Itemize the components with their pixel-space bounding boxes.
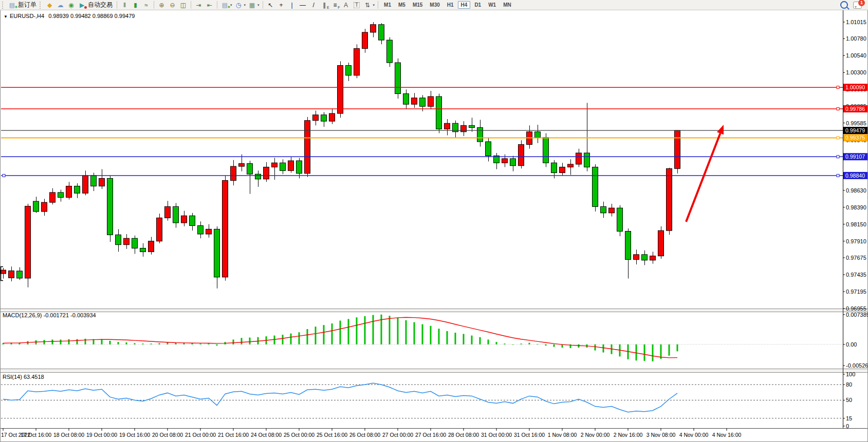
candle — [149, 241, 154, 252]
candle — [338, 66, 343, 113]
cursor-tool-icon: ↖ — [268, 2, 273, 8]
candle — [584, 153, 590, 167]
date-label: 25 Oct 16:00 — [317, 432, 347, 438]
templates-icon: ▦ — [249, 2, 255, 8]
autotrading-button-label[interactable]: 自动交易 — [88, 1, 113, 9]
price-badge-label: 0.99375 — [845, 134, 865, 141]
dropdown-caret-icon[interactable]: ▾ — [244, 3, 246, 7]
fibonacci-tool-icon[interactable]: ≡F — [330, 1, 341, 9]
line-handle[interactable] — [3, 174, 5, 177]
shapes-tool-icon[interactable]: ⇅ — [362, 1, 373, 9]
candle — [231, 166, 236, 180]
timeframe-button-m1[interactable]: M1 — [381, 1, 394, 9]
signals-icon[interactable]: ◉ — [66, 1, 77, 9]
channel-tool-icon[interactable]: ∥E — [319, 1, 330, 9]
line-handle[interactable] — [837, 137, 839, 139]
price-tick-label: 1.00540 — [846, 52, 866, 59]
zoom-in-icon: ⊕ — [159, 2, 164, 8]
candle — [305, 121, 310, 174]
auto-scroll-icon[interactable]: ⇥ — [193, 1, 204, 9]
candle — [371, 25, 376, 32]
candle — [17, 271, 23, 278]
line-handle[interactable] — [837, 86, 839, 89]
community-icon[interactable]: ☁ — [55, 1, 66, 9]
market-watch-icon[interactable]: ◆ — [44, 1, 55, 9]
timeframe-button-w1[interactable]: W1 — [485, 1, 499, 9]
timeframe-button-m30[interactable]: M30 — [427, 1, 442, 9]
timeframe-button-h4[interactable]: H4 — [458, 1, 471, 9]
zoom-in-icon[interactable]: ⊕ — [156, 1, 167, 9]
dropdown-caret-icon[interactable]: ▾ — [373, 3, 375, 7]
candle — [436, 97, 442, 129]
zoom-out-icon[interactable]: ⊖ — [167, 1, 178, 9]
candle — [33, 201, 39, 212]
profiles-icon[interactable]: ◷ — [233, 1, 244, 9]
timeframe-button-d1[interactable]: D1 — [471, 1, 484, 9]
price-badge-label: 0.99107 — [845, 153, 865, 160]
price-tick-label: 0.98390 — [846, 204, 866, 210]
cursor-tool-icon[interactable]: ↖ — [265, 1, 276, 9]
label-tool-icon: T — [354, 2, 360, 8]
candle — [445, 123, 450, 129]
dropdown-caret-icon[interactable]: ▾ — [257, 3, 260, 7]
line-chart-icon[interactable]: ≈ — [141, 1, 152, 9]
trend-arrow-annotation[interactable] — [686, 133, 721, 222]
trendline-tool-icon[interactable]: / — [308, 1, 319, 9]
autotrading-button[interactable]: ▶ — [77, 1, 87, 9]
candle — [272, 163, 278, 167]
line-handle[interactable] — [837, 174, 839, 177]
candle — [116, 235, 121, 244]
toolbar-separator — [217, 1, 217, 9]
label-tool-icon[interactable]: T — [352, 1, 362, 9]
new-order-button-label[interactable]: 新订单 — [18, 1, 36, 9]
candle — [387, 40, 393, 63]
chart-collapse-icon[interactable]: ▼ — [4, 14, 8, 19]
timeframe-button-m15[interactable]: M15 — [410, 1, 426, 9]
candle — [593, 167, 598, 206]
candle — [91, 176, 97, 186]
dropdown-caret-icon[interactable]: ▾ — [230, 3, 232, 7]
timeframe-button-mn[interactable]: MN — [500, 1, 514, 9]
chart-title: ▼EURUSD-,H40.98939 0.99482 0.98869 0.994… — [4, 13, 135, 19]
candle — [58, 193, 64, 198]
candle — [247, 164, 253, 175]
rsi-tick-label: 15 — [846, 415, 852, 421]
notifications-icon[interactable]: 1 — [853, 2, 862, 9]
tile-windows-icon[interactable]: ◫ — [178, 1, 189, 9]
chart-shift-icon[interactable]: ⇤ — [204, 1, 215, 9]
candle — [486, 142, 491, 156]
templates-icon[interactable]: ▦ — [247, 1, 257, 9]
candle — [461, 125, 467, 131]
search-icon[interactable] — [840, 1, 848, 9]
vertical-line-tool-icon[interactable]: | — [287, 1, 298, 9]
candlestick-chart-icon[interactable]: ▮ — [130, 1, 141, 9]
chart-surface[interactable]: 1.010151.007801.005401.003001.000600.998… — [0, 0, 868, 442]
candle — [223, 181, 228, 277]
community-icon: ☁ — [58, 2, 64, 8]
candle — [297, 161, 302, 174]
arrow-head-icon[interactable] — [717, 125, 724, 134]
toolbar-separator — [117, 1, 117, 9]
date-label: 31 Oct 16:00 — [514, 432, 545, 438]
bar-chart-icon[interactable]: ‖ — [119, 1, 130, 9]
price-tick-label: 1.00780 — [846, 35, 866, 42]
vertical-line-tool-icon: | — [291, 2, 292, 8]
horizontal-line-tool-icon[interactable]: — — [298, 1, 308, 9]
new-chart-button[interactable]: ▤+ — [219, 1, 230, 9]
timeframe-button-h1[interactable]: H1 — [444, 1, 457, 9]
candle — [264, 167, 269, 179]
candle — [551, 163, 557, 172]
timeframe-button-m5[interactable]: M5 — [395, 1, 409, 9]
candle — [510, 159, 516, 166]
market-watch-icon: ◆ — [47, 2, 52, 8]
panel-splitter[interactable] — [1, 309, 867, 312]
panel-splitter[interactable] — [1, 369, 867, 372]
line-handle[interactable] — [837, 156, 839, 158]
new-order-button[interactable]: ▤+ — [7, 1, 17, 9]
text-tool-icon[interactable]: A — [341, 1, 352, 9]
date-label: 4 Nov 16:00 — [712, 432, 742, 438]
candle — [9, 271, 14, 278]
crosshair-tool-icon[interactable]: + — [276, 1, 287, 9]
signals-icon: ◉ — [68, 2, 73, 8]
line-handle[interactable] — [837, 107, 839, 110]
